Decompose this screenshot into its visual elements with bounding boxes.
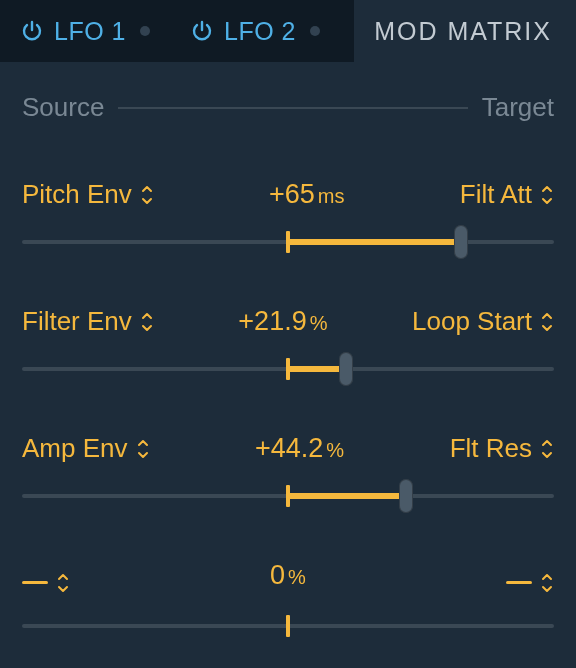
mod-value-number: 0 [270, 560, 285, 590]
mod-row: Filter Env+21.9%Loop Start [22, 260, 554, 387]
mod-value-number: +21.9 [238, 306, 306, 336]
source-target-header: Source Target [0, 62, 576, 133]
mod-matrix-rows: Pitch Env+65msFilt AttFilter Env+21.9%Lo… [0, 133, 576, 644]
slider-fill [288, 239, 461, 245]
mod-value[interactable]: +21.9% [154, 306, 412, 337]
tab-lfo-2[interactable]: LFO 2 [170, 0, 340, 62]
target-label: Filt Att [460, 179, 532, 210]
target-label: Loop Start [412, 306, 532, 337]
tab-lfo-2-label: LFO 2 [224, 17, 296, 46]
tab-indicator-dot [310, 26, 320, 36]
slider-fill [288, 366, 346, 372]
slider-center-tick [286, 485, 290, 507]
tab-indicator-dot [140, 26, 150, 36]
mod-value-number: +65 [269, 179, 315, 209]
mod-amount-slider[interactable] [22, 478, 554, 514]
header-divider-line [118, 107, 467, 109]
tab-lfo-1-label: LFO 1 [54, 17, 126, 46]
slider-fill [288, 493, 406, 499]
mod-amount-slider[interactable] [22, 351, 554, 387]
mod-row-top: Filter Env+21.9%Loop Start [22, 306, 554, 337]
updown-icon [540, 438, 554, 460]
mod-row: Pitch Env+65msFilt Att [22, 133, 554, 260]
updown-icon [540, 184, 554, 206]
mod-value[interactable]: +44.2% [150, 433, 450, 464]
source-heading: Source [22, 92, 104, 123]
source-dropdown[interactable] [22, 572, 70, 594]
mod-value-unit: % [310, 312, 328, 334]
slider-thumb[interactable] [339, 352, 353, 386]
empty-dash-icon [22, 581, 48, 584]
empty-dash-icon [506, 581, 532, 584]
slider-center-tick [286, 615, 290, 637]
power-icon[interactable] [190, 19, 214, 43]
tab-mod-matrix[interactable]: MOD MATRIX [354, 0, 576, 62]
updown-icon [140, 184, 154, 206]
target-dropdown[interactable]: Loop Start [412, 306, 554, 337]
power-icon[interactable] [20, 19, 44, 43]
target-dropdown[interactable] [506, 572, 554, 594]
mod-value[interactable]: +65ms [154, 179, 460, 210]
source-label: Filter Env [22, 306, 132, 337]
target-dropdown[interactable]: Flt Res [450, 433, 554, 464]
mod-row-top: 0% [22, 560, 554, 594]
mod-value-unit: % [326, 439, 344, 461]
source-dropdown[interactable]: Filter Env [22, 306, 154, 337]
source-label: Amp Env [22, 433, 128, 464]
target-label: Flt Res [450, 433, 532, 464]
tab-bar: LFO 1 LFO 2 MOD MATRIX [0, 0, 576, 62]
source-dropdown[interactable]: Pitch Env [22, 179, 154, 210]
mod-value-unit: ms [318, 185, 345, 207]
slider-thumb[interactable] [454, 225, 468, 259]
slider-center-tick [286, 231, 290, 253]
mod-value[interactable]: 0% [70, 560, 506, 591]
source-dropdown[interactable]: Amp Env [22, 433, 150, 464]
updown-icon [56, 572, 70, 594]
mod-row-top: Amp Env+44.2%Flt Res [22, 433, 554, 464]
mod-row: 0% [22, 514, 554, 644]
mod-value-number: +44.2 [255, 433, 323, 463]
updown-icon [540, 572, 554, 594]
slider-center-tick [286, 358, 290, 380]
mod-amount-slider[interactable] [22, 608, 554, 644]
mod-value-unit: % [288, 566, 306, 588]
updown-icon [540, 311, 554, 333]
source-label: Pitch Env [22, 179, 132, 210]
mod-row-top: Pitch Env+65msFilt Att [22, 179, 554, 210]
target-dropdown[interactable]: Filt Att [460, 179, 554, 210]
updown-icon [140, 311, 154, 333]
updown-icon [136, 438, 150, 460]
mod-amount-slider[interactable] [22, 224, 554, 260]
target-heading: Target [482, 92, 554, 123]
tab-mod-matrix-label: MOD MATRIX [374, 17, 552, 46]
tab-lfo-1[interactable]: LFO 1 [0, 0, 170, 62]
mod-row: Amp Env+44.2%Flt Res [22, 387, 554, 514]
slider-thumb[interactable] [399, 479, 413, 513]
